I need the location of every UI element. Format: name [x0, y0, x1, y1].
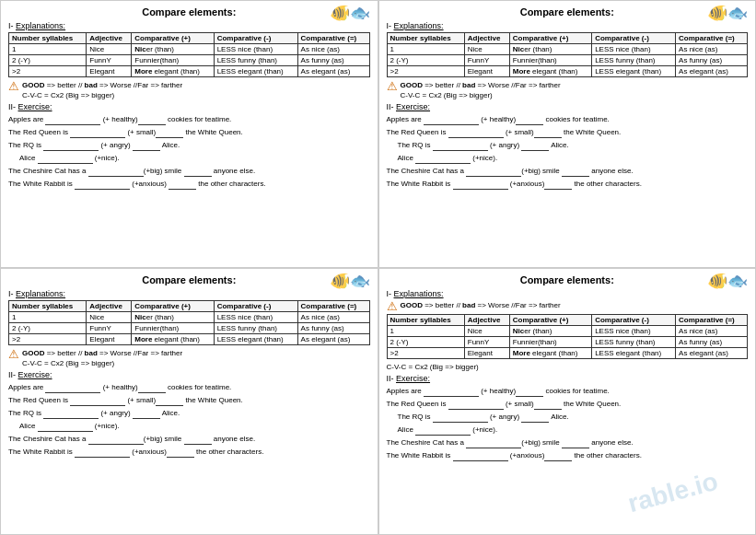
roman-num-1: I-: [8, 21, 14, 30]
warning-box-tl: ⚠ GOOD => better // bad => Worse //Far =…: [8, 80, 370, 100]
exercise-tl: Apples are (+ healthy) cookies for teati…: [8, 114, 370, 190]
quadrant-top-right: 🐠🐟 Compare elements: I- Explanations: Nu…: [378, 0, 757, 268]
fish-decoration-br: 🐠🐟: [707, 271, 748, 291]
fish-decoration-tr: 🐠🐟: [707, 3, 748, 23]
warning-text-tl: GOOD => better // bad => Worse //Far => …: [22, 80, 182, 100]
table-row: >2 Elegant More elegant (than) LESS eleg…: [9, 333, 370, 344]
table-row: 2 (-Y) FunnY Funnier(than) LESS funny (t…: [387, 55, 748, 66]
exercise-bl: Apples are (+ healthy) cookies for teati…: [8, 382, 370, 458]
warning-text-br-top: GOOD => better // bad => Worse //Far => …: [401, 300, 561, 310]
table-row: 1 Nice Nicer (than) LESS nice (than) As …: [387, 44, 748, 55]
title-tr: Compare elements:: [387, 6, 749, 17]
table-tr: Number syllables Adjective Comparative (…: [387, 32, 749, 77]
warning-box-tr: ⚠ GOOD => better // bad => Worse //Far =…: [387, 80, 749, 100]
roman-2-bl: II- Exercise:: [8, 370, 370, 379]
title-br: Compare elements:: [387, 274, 749, 285]
table-row: >2 Elegant More elegant (than) LESS eleg…: [9, 66, 370, 77]
table-row: >2 Elegant More elegant (than) LESS eleg…: [387, 66, 748, 77]
exercise-br: Apples are (+ healthy) cookies for teati…: [387, 386, 749, 461]
warning-icon-tr: ⚠: [387, 80, 398, 92]
warning-icon-bl: ⚠: [8, 348, 19, 360]
col-header-comp-eq: Comparative (=): [297, 33, 369, 44]
table-row: 2 (-Y) FunnY Funnier(than) LESS funny (t…: [9, 322, 370, 333]
table-tl: Number syllables Adjective Comparative (…: [8, 32, 370, 77]
warning-text-bl: GOOD => better // bad => Worse //Far => …: [22, 348, 182, 368]
roman-1-tl: I- Explanations:: [8, 21, 370, 30]
quadrant-bottom-left: 🐠🐟 Compare elements: I- Explanations: Nu…: [0, 268, 378, 536]
quadrant-top-left: 🐠🐟 Compare elements: I- Explanations: Nu…: [0, 0, 378, 268]
col-header-syllables: Number syllables: [9, 33, 87, 44]
page: 🐠🐟 Compare elements: I- Explanations: Nu…: [0, 0, 756, 535]
fish-decoration-tl: 🐠🐟: [330, 3, 370, 23]
quadrant-bottom-right: 🐠🐟 Compare elements: I- Explanations: ⚠ …: [378, 268, 757, 536]
table-row: 1 Nice Nicer (than) LESS nice (than) As …: [387, 325, 748, 336]
title-bl: Compare elements:: [8, 274, 370, 285]
warning-box-bl: ⚠ GOOD => better // bad => Worse //Far =…: [8, 348, 370, 368]
roman-2-tr: II- Exercise:: [387, 102, 749, 111]
warning-text-tr: GOOD => better // bad => Worse //Far => …: [401, 80, 561, 100]
roman-2-tl: II- Exercise:: [8, 102, 370, 111]
exercise-tr: Apples are (+ healthy) cookies for teati…: [387, 114, 749, 190]
table-row: 2 (-Y) FunnY Funnier(than) LESS funny (t…: [387, 336, 748, 347]
title-tl: Compare elements:: [8, 6, 370, 17]
warning-cvx-br: C-V-C = Cx2 (Big => bigger): [387, 362, 749, 372]
table-row: 1 Nice Nicer (than) LESS nice (than) As …: [9, 311, 370, 322]
table-bl: Number syllables Adjective Comparative (…: [8, 300, 370, 345]
table-row: >2 Elegant More elegant (than) LESS eleg…: [387, 347, 748, 358]
roman-1-br: I- Explanations:: [387, 289, 749, 298]
warning-icon-br-top: ⚠: [387, 300, 398, 312]
warning-icon-tl: ⚠: [8, 80, 19, 92]
roman-1-bl: I- Explanations:: [8, 289, 370, 298]
col-header-comp-plus: Comparative (+): [132, 33, 214, 44]
table-row: 1 Nice Nicer (than) LESS nice (than) As …: [9, 44, 370, 55]
table-br: Number syllables Adjective Comparative (…: [387, 314, 749, 359]
col-header-adj: Adjective: [87, 33, 132, 44]
explanations-label-tl: Explanations:: [16, 21, 65, 30]
roman-2-br: II- Exercise:: [387, 374, 749, 383]
warning-box-br-top: ⚠ GOOD => better // bad => Worse //Far =…: [387, 300, 749, 312]
fish-decoration-bl: 🐠🐟: [330, 271, 370, 291]
table-row: 2 (-Y) FunnY Funnier(than) LESS funny (t…: [9, 55, 370, 66]
roman-1-tr: I- Explanations:: [387, 21, 749, 30]
col-header-comp-minus: Comparative (-): [214, 33, 297, 44]
